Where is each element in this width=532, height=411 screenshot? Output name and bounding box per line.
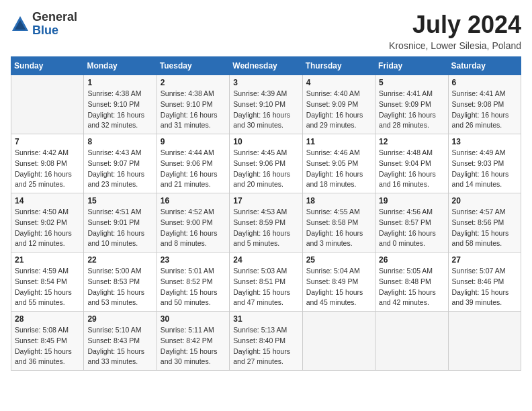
day-info: Sunrise: 4:51 AM Sunset: 9:01 PM Dayligh… xyxy=(87,207,152,249)
calendar-cell: 30Sunrise: 5:11 AM Sunset: 8:42 PM Dayli… xyxy=(157,312,229,371)
calendar-cell: 22Sunrise: 5:00 AM Sunset: 8:53 PM Dayli… xyxy=(84,253,157,312)
day-number: 29 xyxy=(87,314,152,324)
calendar-cell: 11Sunrise: 4:46 AM Sunset: 9:05 PM Dayli… xyxy=(302,134,375,193)
day-number: 27 xyxy=(452,255,517,265)
day-number: 28 xyxy=(15,314,80,324)
logo-text: General Blue xyxy=(32,11,77,38)
calendar-week-row: 28Sunrise: 5:08 AM Sunset: 8:45 PM Dayli… xyxy=(11,312,521,371)
day-info: Sunrise: 4:48 AM Sunset: 9:04 PM Dayligh… xyxy=(379,148,444,190)
day-info: Sunrise: 4:42 AM Sunset: 9:08 PM Dayligh… xyxy=(15,148,80,190)
calendar-cell xyxy=(375,312,448,371)
day-number: 4 xyxy=(306,78,371,87)
day-info: Sunrise: 4:45 AM Sunset: 9:06 PM Dayligh… xyxy=(233,148,298,190)
day-info: Sunrise: 5:04 AM Sunset: 8:49 PM Dayligh… xyxy=(306,266,371,308)
day-of-week-header: Monday xyxy=(84,57,157,75)
day-info: Sunrise: 5:08 AM Sunset: 8:45 PM Dayligh… xyxy=(15,325,80,367)
day-number: 23 xyxy=(161,255,226,265)
day-info: Sunrise: 4:41 AM Sunset: 9:08 PM Dayligh… xyxy=(452,89,517,131)
day-number: 14 xyxy=(15,196,80,205)
day-number: 1 xyxy=(87,78,152,87)
day-number: 17 xyxy=(233,196,298,205)
calendar-cell: 31Sunrise: 5:13 AM Sunset: 8:40 PM Dayli… xyxy=(230,312,302,371)
day-info: Sunrise: 5:03 AM Sunset: 8:51 PM Dayligh… xyxy=(233,266,298,308)
day-info: Sunrise: 4:44 AM Sunset: 9:06 PM Dayligh… xyxy=(161,148,226,190)
day-info: Sunrise: 4:41 AM Sunset: 9:09 PM Dayligh… xyxy=(379,89,444,131)
day-info: Sunrise: 4:49 AM Sunset: 9:03 PM Dayligh… xyxy=(452,148,517,190)
day-of-week-header: Wednesday xyxy=(230,57,302,75)
calendar-cell: 15Sunrise: 4:51 AM Sunset: 9:01 PM Dayli… xyxy=(84,193,157,253)
calendar-cell: 5Sunrise: 4:41 AM Sunset: 9:09 PM Daylig… xyxy=(375,75,448,134)
calendar-cell: 7Sunrise: 4:42 AM Sunset: 9:08 PM Daylig… xyxy=(11,134,84,193)
day-info: Sunrise: 4:38 AM Sunset: 9:10 PM Dayligh… xyxy=(87,89,152,131)
logo-icon xyxy=(11,15,30,34)
day-number: 19 xyxy=(379,196,444,205)
day-info: Sunrise: 4:52 AM Sunset: 9:00 PM Dayligh… xyxy=(161,207,226,249)
calendar-header-row: SundayMondayTuesdayWednesdayThursdayFrid… xyxy=(11,57,521,75)
day-info: Sunrise: 5:07 AM Sunset: 8:46 PM Dayligh… xyxy=(452,266,517,308)
calendar-cell: 25Sunrise: 5:04 AM Sunset: 8:49 PM Dayli… xyxy=(302,253,375,312)
day-info: Sunrise: 4:39 AM Sunset: 9:10 PM Dayligh… xyxy=(233,89,298,131)
day-of-week-header: Thursday xyxy=(302,57,375,75)
calendar-cell: 19Sunrise: 4:56 AM Sunset: 8:57 PM Dayli… xyxy=(375,193,448,253)
calendar-cell: 13Sunrise: 4:49 AM Sunset: 9:03 PM Dayli… xyxy=(448,134,521,193)
day-info: Sunrise: 5:01 AM Sunset: 8:52 PM Dayligh… xyxy=(161,266,226,308)
logo-general: General xyxy=(32,10,77,24)
day-number: 6 xyxy=(452,78,517,87)
day-number: 9 xyxy=(161,137,226,146)
day-info: Sunrise: 5:10 AM Sunset: 8:43 PM Dayligh… xyxy=(87,325,152,367)
day-number: 24 xyxy=(233,255,298,265)
day-info: Sunrise: 4:55 AM Sunset: 8:58 PM Dayligh… xyxy=(306,207,371,249)
calendar-week-row: 7Sunrise: 4:42 AM Sunset: 9:08 PM Daylig… xyxy=(11,134,521,193)
day-of-week-header: Saturday xyxy=(448,57,521,75)
day-info: Sunrise: 4:46 AM Sunset: 9:05 PM Dayligh… xyxy=(306,148,371,190)
location-subtitle: Krosnice, Lower Silesia, Poland xyxy=(389,40,521,51)
day-number: 8 xyxy=(87,137,152,146)
month-title: July 2024 xyxy=(389,11,521,39)
calendar-cell: 9Sunrise: 4:44 AM Sunset: 9:06 PM Daylig… xyxy=(157,134,229,193)
calendar-cell: 14Sunrise: 4:50 AM Sunset: 9:02 PM Dayli… xyxy=(11,193,84,253)
calendar-cell: 3Sunrise: 4:39 AM Sunset: 9:10 PM Daylig… xyxy=(230,75,302,134)
calendar-cell: 8Sunrise: 4:43 AM Sunset: 9:07 PM Daylig… xyxy=(84,134,157,193)
calendar-table: SundayMondayTuesdayWednesdayThursdayFrid… xyxy=(11,56,521,371)
day-number: 20 xyxy=(452,196,517,205)
calendar-cell xyxy=(11,75,84,134)
day-info: Sunrise: 4:38 AM Sunset: 9:10 PM Dayligh… xyxy=(161,89,226,131)
calendar-cell: 24Sunrise: 5:03 AM Sunset: 8:51 PM Dayli… xyxy=(230,253,302,312)
day-number: 18 xyxy=(306,196,371,205)
day-info: Sunrise: 5:05 AM Sunset: 8:48 PM Dayligh… xyxy=(379,266,444,308)
logo: General Blue xyxy=(11,11,77,38)
day-info: Sunrise: 4:40 AM Sunset: 9:09 PM Dayligh… xyxy=(306,89,371,131)
calendar-cell: 6Sunrise: 4:41 AM Sunset: 9:08 PM Daylig… xyxy=(448,75,521,134)
day-number: 12 xyxy=(379,137,444,146)
day-info: Sunrise: 4:57 AM Sunset: 8:56 PM Dayligh… xyxy=(452,207,517,249)
calendar-cell: 10Sunrise: 4:45 AM Sunset: 9:06 PM Dayli… xyxy=(230,134,302,193)
calendar-cell: 18Sunrise: 4:55 AM Sunset: 8:58 PM Dayli… xyxy=(302,193,375,253)
day-info: Sunrise: 4:53 AM Sunset: 8:59 PM Dayligh… xyxy=(233,207,298,249)
day-number: 22 xyxy=(87,255,152,265)
day-number: 2 xyxy=(161,78,226,87)
day-number: 10 xyxy=(233,137,298,146)
day-info: Sunrise: 5:11 AM Sunset: 8:42 PM Dayligh… xyxy=(161,325,226,367)
calendar-cell: 21Sunrise: 4:59 AM Sunset: 8:54 PM Dayli… xyxy=(11,253,84,312)
calendar-week-row: 21Sunrise: 4:59 AM Sunset: 8:54 PM Dayli… xyxy=(11,253,521,312)
day-number: 11 xyxy=(306,137,371,146)
day-info: Sunrise: 5:00 AM Sunset: 8:53 PM Dayligh… xyxy=(87,266,152,308)
calendar-cell: 26Sunrise: 5:05 AM Sunset: 8:48 PM Dayli… xyxy=(375,253,448,312)
day-number: 26 xyxy=(379,255,444,265)
day-number: 21 xyxy=(15,255,80,265)
title-block: July 2024 Krosnice, Lower Silesia, Polan… xyxy=(389,11,521,51)
logo-blue: Blue xyxy=(32,24,58,37)
day-info: Sunrise: 5:13 AM Sunset: 8:40 PM Dayligh… xyxy=(233,325,298,367)
calendar-cell: 28Sunrise: 5:08 AM Sunset: 8:45 PM Dayli… xyxy=(11,312,84,371)
day-number: 31 xyxy=(233,314,298,324)
calendar-week-row: 14Sunrise: 4:50 AM Sunset: 9:02 PM Dayli… xyxy=(11,193,521,253)
calendar-cell: 2Sunrise: 4:38 AM Sunset: 9:10 PM Daylig… xyxy=(157,75,229,134)
day-info: Sunrise: 4:43 AM Sunset: 9:07 PM Dayligh… xyxy=(87,148,152,190)
calendar-cell: 4Sunrise: 4:40 AM Sunset: 9:09 PM Daylig… xyxy=(302,75,375,134)
day-of-week-header: Tuesday xyxy=(157,57,229,75)
day-number: 3 xyxy=(233,78,298,87)
day-number: 7 xyxy=(15,137,80,146)
calendar-cell: 23Sunrise: 5:01 AM Sunset: 8:52 PM Dayli… xyxy=(157,253,229,312)
calendar-week-row: 1Sunrise: 4:38 AM Sunset: 9:10 PM Daylig… xyxy=(11,75,521,134)
day-info: Sunrise: 4:50 AM Sunset: 9:02 PM Dayligh… xyxy=(15,207,80,249)
